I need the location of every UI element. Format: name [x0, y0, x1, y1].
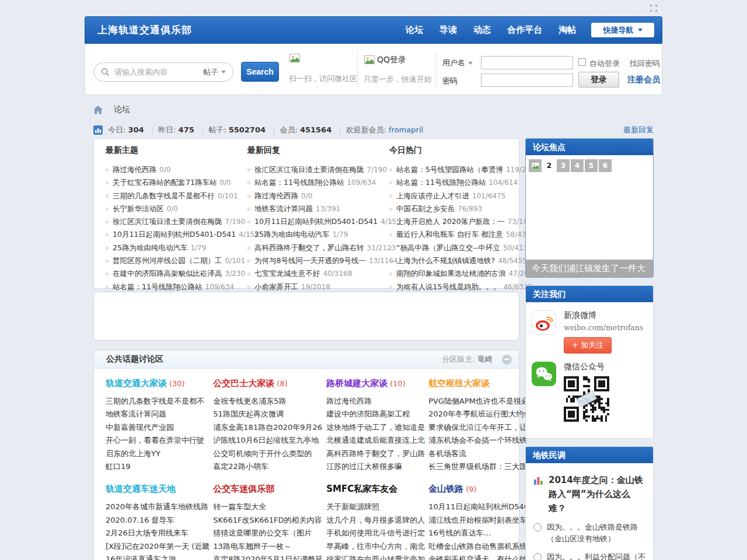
thread-item[interactable]: 为何与8号线同一天开通的9号线一13/1164 [247, 254, 378, 267]
username-field[interactable] [481, 56, 573, 69]
slider-tab[interactable]: 2 [543, 159, 556, 172]
forum-title[interactable]: SMFC私家车友会 [326, 484, 425, 495]
forum-topic-link[interactable]: SK661F改SK661FD的相关内容 [213, 514, 323, 527]
forum-topic-link[interactable]: 要求确保北沿江今年开工，让 [428, 421, 536, 434]
forum-topic-link[interactable]: 猜猜这是哪里的公交车（图片 [213, 527, 323, 540]
collapse-section-button[interactable] [502, 355, 512, 365]
forum-topic-link[interactable]: 北横通道建成后能直接连上北 [326, 434, 425, 447]
weibo-url[interactable]: weibo.com/metrofans [564, 323, 643, 332]
breadcrumb-forum-link[interactable]: 论坛 [114, 104, 130, 115]
register-link[interactable]: 注册会员 [627, 75, 660, 85]
forum-topic-link[interactable]: 启东的北上海YY [106, 447, 210, 460]
forum-topic-link[interactable]: 地铁客流计算问题 [106, 408, 210, 421]
thread-item[interactable]: 站名篇：11号线陈翔公路站109/634 [106, 281, 236, 293]
nav-item[interactable]: 动态 [465, 24, 499, 36]
slide-thumbnail-broken-image-icon[interactable] [529, 159, 542, 172]
slider-tab[interactable]: 6 [599, 159, 612, 172]
slider-tab[interactable]: 5 [585, 159, 598, 172]
quick-nav-button[interactable]: 快捷导航 [591, 23, 654, 37]
forum-topic-link[interactable]: 2020.07.16 督导车 [106, 514, 210, 527]
thread-item[interactable]: 关于红宝石路站的配套71路车站0/0 [106, 176, 236, 189]
forum-topic-link[interactable]: 中新嘉善现代产业园 [106, 421, 210, 434]
slider-tab[interactable]: 4 [571, 159, 584, 172]
thread-item[interactable]: 高科西路终于翻交了，罗山路右转31/2123 [247, 242, 378, 254]
forum-topic-link[interactable]: 浦江线也开始根据时刻表坐车 [428, 514, 536, 527]
forum-topic-link[interactable]: 三期的几条数字线是不是都不 [106, 395, 210, 408]
thread-item[interactable]: 徐汇区滨江项目渣土要清倒在梅陇7/190 [247, 163, 378, 176]
radio-icon[interactable] [533, 553, 542, 560]
forum-topic-link[interactable]: 吐槽金山铁路自动售票机系统 [428, 540, 536, 553]
forum-title[interactable]: 轨道交通车迷天地 [106, 484, 210, 495]
thread-item[interactable]: 南翔的印象城如果选址桃浦的古浪47/2088 [389, 267, 519, 280]
thread-item[interactable]: “杨高中路（罗山路立交--中环立50/4131 [389, 242, 519, 254]
qq-login-block[interactable]: QQ登录 只需一步，快速开始 [364, 54, 432, 85]
thread-item[interactable]: 路过海伦西路0/0 [106, 163, 236, 176]
forgot-password-link[interactable]: 找回密码 [630, 58, 660, 69]
thread-item[interactable]: 站名篇：11号线陈翔公路站109/634 [247, 176, 378, 189]
password-field[interactable] [481, 74, 573, 87]
forum-topic-link[interactable]: 51路国庆起再次微调 [213, 408, 323, 421]
forum-topic-link[interactable]: 建设中的济阳路高架工程 [326, 408, 425, 421]
forum-topic-link[interactable]: [X段]记在2020年第一天 (近畿 [106, 540, 210, 553]
search-scope-dropdown[interactable]: 帖子 [203, 67, 226, 78]
forum-topic-link[interactable]: 早高峰，往市中心方向，南北 [326, 540, 425, 553]
thread-item[interactable]: 25路为啥由纯电动汽车1/79 [106, 242, 236, 254]
forum-topic-link[interactable]: PVG陆侧APM也许也不是很必 [428, 395, 536, 408]
forum-title[interactable]: 航空枢纽大家谈 [428, 378, 536, 389]
forum-topic-link[interactable]: 这几个月，每月很多退牌的人 [326, 514, 425, 527]
thread-item[interactable]: 25路为啥由纯电动汽车1/79 [247, 228, 378, 241]
forum-topic-link[interactable]: 沪陈线10月6日起缩线至九亭地 [213, 434, 323, 447]
forum-topic-link[interactable]: 公交司机倾向于开什么类型的 [213, 447, 323, 460]
nav-item[interactable]: 论坛 [397, 24, 431, 36]
thread-item[interactable]: 路过海伦西路0/0 [247, 190, 378, 202]
forum-topic-link[interactable]: 长三角世界级机场群：三大国 [428, 460, 536, 473]
moderator-link[interactable]: 竜崎 [477, 354, 493, 365]
search-input[interactable]: 请输入搜索内容 帖子 [93, 62, 233, 82]
thread-item[interactable]: 徐汇区滨江项目渣土要清倒在梅陇7/190 [106, 215, 236, 228]
forum-topic-link[interactable]: 各机场客流 [428, 447, 536, 460]
forum-topic-link[interactable]: 2020年冬季航班运行图大约什 [428, 408, 536, 421]
forum-topic-link[interactable]: 嘉定22路小萌车 [213, 460, 323, 473]
radio-icon[interactable] [533, 523, 542, 531]
forum-title[interactable]: 金山铁路(9) [428, 484, 536, 495]
thread-item[interactable]: 长宁新华活动区0/0 [106, 202, 236, 215]
forum-title[interactable]: 轨道交通大家谈(30) [106, 378, 210, 389]
thread-item[interactable]: 七宝宝龙城生意不好40/3168 [247, 267, 378, 280]
thread-item[interactable]: 站名篇：11号线陈翔公路站104/614 [389, 176, 519, 189]
thread-item[interactable]: 上海应该停止人才引进101/6475 [389, 190, 519, 202]
forum-topic-link[interactable]: 路过海伦西路 [326, 395, 425, 408]
auto-login-checkbox[interactable] [578, 58, 586, 66]
slide-caption-link[interactable]: 今天我们浦江镇发生了一件大 [526, 260, 653, 277]
thread-item[interactable]: 为啥有人说15号线是鸡肋。。。46/6325 [389, 281, 519, 293]
home-icon[interactable] [93, 106, 103, 114]
forum-topic-link[interactable]: 江苏的过江大桥很多嘛 [326, 460, 425, 473]
forum-topic-link[interactable]: 徐家汇路在向西小转弯北亭加 [326, 553, 425, 560]
forum-topic-link[interactable]: 浦东机场会不会搞一个环线铁 [428, 434, 536, 447]
weibo-follow-button[interactable]: + 加关注 [564, 337, 612, 354]
slider-tab[interactable]: 3 [557, 159, 570, 172]
thread-item[interactable]: 三期的几条数字线是不是都不行0/101 [106, 190, 236, 202]
section-title[interactable]: 公共话题讨论区 [106, 354, 163, 365]
forum-topic-link[interactable]: 这块地终于动工了，谁知道是 [326, 421, 425, 434]
forum-topic-link[interactable]: 开心一刻，看看在弄堂中行驶 [106, 434, 210, 447]
poll-option[interactable]: 因为。。。利益分配问题（不顾老百姓的利益） [533, 551, 645, 560]
thread-item[interactable]: 在建中的济阳路高架貌似比崧泽高3/230 [106, 267, 236, 280]
forum-topic-link[interactable]: 16年沪港直通车之游 [106, 553, 210, 560]
nav-item[interactable]: 淘帖 [550, 24, 584, 36]
thread-item[interactable]: 中国石刻之乡安岳76/893 [389, 202, 519, 215]
thread-item[interactable]: 10月11日起南站到杭州D5401-D5414/155 [247, 215, 378, 228]
forum-topic-link[interactable]: 虹口19 [106, 460, 210, 473]
forum-topic-link[interactable]: 浦东金高181路自2020年9月26 [213, 421, 323, 434]
forum-topic-link[interactable]: 10月11日起南站到杭州D5401- [428, 501, 536, 513]
thread-item[interactable]: 普陀区苏州河岸线公园（二期）工0/101 [106, 254, 236, 267]
thread-item[interactable]: 站名篇：5号线望园路站（奉贤博119/2051 [389, 163, 519, 176]
nav-item[interactable]: 导读 [431, 24, 465, 36]
username-label[interactable]: 用户名 [442, 58, 473, 68]
thread-item[interactable]: 小俞家弄开工19/2018 [247, 281, 378, 293]
thread-item[interactable]: 最近行人和电瓶车 自行车 都注意58/4369 [389, 228, 519, 241]
forum-topic-link[interactable]: 高科西路终于翻交了，罗山路 [326, 447, 425, 460]
forum-topic-link[interactable]: 转一篇车型大全 [213, 501, 323, 513]
forum-topic-link[interactable]: 16号线的直达车... [428, 527, 536, 540]
poll-question[interactable]: 2014年度之问：金山铁路入“网”为什么这么难？ [533, 473, 645, 515]
forum-topic-link[interactable]: 手机如何使用北斗信号进行定 [326, 527, 425, 540]
